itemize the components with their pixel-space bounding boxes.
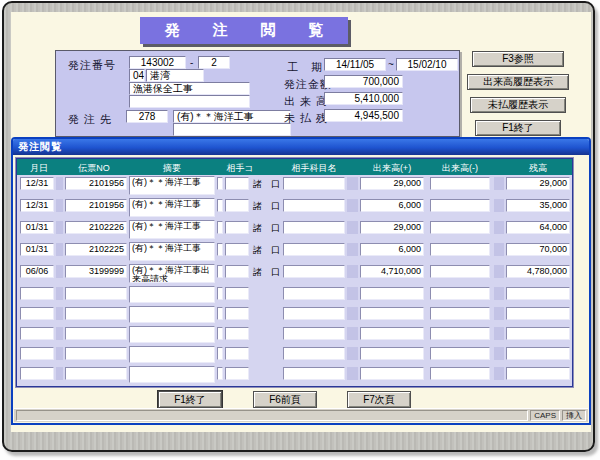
row-slip-field[interactable]: 2101956 xyxy=(65,199,127,212)
row-progress-minus-field[interactable] xyxy=(430,265,490,278)
row-partner-name-field[interactable] xyxy=(283,221,345,234)
row-partner-name-field[interactable] xyxy=(283,327,345,340)
row-description-field[interactable] xyxy=(129,306,215,323)
row-progress-minus-field[interactable] xyxy=(430,287,490,300)
period-to-field[interactable]: 15/02/10 xyxy=(396,58,458,71)
row-progress-plus-field[interactable]: 29,000 xyxy=(360,221,424,234)
row-date-field[interactable] xyxy=(20,347,54,360)
row-progress-minus-field[interactable] xyxy=(430,221,490,234)
row-slip-field[interactable]: 3199999 xyxy=(65,265,127,278)
row-progress-plus-field[interactable] xyxy=(360,307,424,320)
row-date-field[interactable] xyxy=(20,367,54,380)
row-description-field[interactable]: (有)＊＊海洋工事 xyxy=(129,220,215,239)
progress-field[interactable]: 5,410,000 xyxy=(324,92,403,105)
side-button-2[interactable]: 未払履歴表示 xyxy=(470,97,566,113)
row-slip-field[interactable] xyxy=(65,367,127,380)
order-branch-field[interactable]: 2 xyxy=(198,56,230,69)
order-no-field[interactable]: 143002 xyxy=(129,56,186,69)
row-slip-field[interactable] xyxy=(65,307,127,320)
row-balance-field[interactable]: 35,000 xyxy=(506,199,570,212)
row-progress-plus-field[interactable]: 4,710,000 xyxy=(360,265,424,278)
row-partner-code-field[interactable] xyxy=(225,367,249,380)
row-description-field[interactable] xyxy=(129,346,215,363)
side-button-0[interactable]: F3参照 xyxy=(472,51,564,67)
row-progress-plus-field[interactable]: 6,000 xyxy=(360,199,424,212)
row-partner-name-field[interactable] xyxy=(283,243,345,256)
row-partner-name-field[interactable] xyxy=(283,367,345,380)
row-partner-name-field[interactable] xyxy=(283,287,345,300)
category-code-field[interactable]: 04 xyxy=(129,69,145,82)
row-progress-minus-field[interactable] xyxy=(430,307,490,320)
side-button-1[interactable]: 出来高履歴表示 xyxy=(467,74,569,90)
row-date-field[interactable] xyxy=(20,307,54,320)
row-slip-field[interactable]: 2101956 xyxy=(65,177,127,190)
row-description-field[interactable]: (有)＊＊海洋工事 xyxy=(129,198,215,217)
row-description-field[interactable]: (有)＊＊海洋工事出来高請求 xyxy=(129,264,215,283)
row-slip-field[interactable] xyxy=(65,347,127,360)
row-progress-plus-field[interactable]: 29,000 xyxy=(360,177,424,190)
row-balance-field[interactable]: 64,000 xyxy=(506,221,570,234)
supplier-name-field-2[interactable] xyxy=(173,123,291,136)
row-partner-name-field[interactable] xyxy=(283,177,345,190)
row-partner-code-field[interactable] xyxy=(225,243,249,256)
row-balance-field[interactable] xyxy=(506,347,570,360)
row-date-field[interactable] xyxy=(20,287,54,300)
row-balance-field[interactable] xyxy=(506,307,570,320)
row-partner-name-field[interactable] xyxy=(283,307,345,320)
row-date-field[interactable] xyxy=(20,327,54,340)
row-date-field[interactable]: 12/31 xyxy=(20,177,54,190)
row-progress-plus-field[interactable] xyxy=(360,347,424,360)
row-partner-name-field[interactable] xyxy=(283,347,345,360)
row-partner-code-field[interactable] xyxy=(225,327,249,340)
row-progress-plus-field[interactable]: 6,000 xyxy=(360,243,424,256)
row-partner-code-field[interactable] xyxy=(225,265,249,278)
project-name-field[interactable]: 漁港保全工事 xyxy=(129,82,250,95)
row-partner-code-field[interactable] xyxy=(225,221,249,234)
row-progress-plus-field[interactable] xyxy=(360,287,424,300)
row-partner-name-field[interactable] xyxy=(283,265,345,278)
period-from-field[interactable]: 14/11/05 xyxy=(324,58,386,71)
row-slip-field[interactable]: 2102226 xyxy=(65,221,127,234)
row-progress-plus-field[interactable] xyxy=(360,327,424,340)
row-partner-code-field[interactable] xyxy=(225,199,249,212)
row-partner-name-field[interactable] xyxy=(283,199,345,212)
row-progress-minus-field[interactable] xyxy=(430,243,490,256)
row-balance-field[interactable]: 4,780,000 xyxy=(506,265,570,278)
row-partner-code-field[interactable] xyxy=(225,347,249,360)
row-balance-field[interactable] xyxy=(506,327,570,340)
row-balance-field[interactable] xyxy=(506,287,570,300)
row-description-field[interactable]: (有)＊＊海洋工事 xyxy=(129,242,215,261)
row-slip-field[interactable] xyxy=(65,287,127,300)
row-progress-minus-field[interactable] xyxy=(430,367,490,380)
row-partner-code-field[interactable] xyxy=(225,177,249,190)
row-slip-field[interactable] xyxy=(65,327,127,340)
row-description-field[interactable] xyxy=(129,366,215,383)
row-date-field[interactable]: 06/06 xyxy=(20,265,54,278)
order-amount-field[interactable]: 700,000 xyxy=(324,75,403,88)
footer-button-0[interactable]: F1終了 xyxy=(158,391,222,408)
row-slip-field[interactable]: 2102225 xyxy=(65,243,127,256)
row-balance-field[interactable]: 29,000 xyxy=(506,177,570,190)
row-date-field[interactable]: 12/31 xyxy=(20,199,54,212)
row-date-field[interactable]: 01/31 xyxy=(20,243,54,256)
row-description-field[interactable] xyxy=(129,326,215,343)
footer-button-2[interactable]: F7次頁 xyxy=(347,391,411,408)
category-name-field[interactable]: 港湾 xyxy=(146,69,204,82)
row-description-field[interactable] xyxy=(129,286,215,303)
footer-button-1[interactable]: F6前頁 xyxy=(253,391,317,408)
row-progress-minus-field[interactable] xyxy=(430,199,490,212)
row-date-field[interactable]: 01/31 xyxy=(20,221,54,234)
supplier-name-field[interactable]: (有)＊＊海洋工事 xyxy=(173,110,291,123)
supplier-code-field[interactable]: 278 xyxy=(126,110,168,123)
row-progress-plus-field[interactable] xyxy=(360,367,424,380)
row-balance-field[interactable] xyxy=(506,367,570,380)
unpaid-field[interactable]: 4,945,500 xyxy=(324,109,403,122)
project-name-field-2[interactable] xyxy=(129,95,250,108)
row-progress-minus-field[interactable] xyxy=(430,327,490,340)
row-balance-field[interactable]: 70,000 xyxy=(506,243,570,256)
row-progress-minus-field[interactable] xyxy=(430,177,490,190)
row-partner-code-field[interactable] xyxy=(225,307,249,320)
row-partner-code-field[interactable] xyxy=(225,287,249,300)
side-button-3[interactable]: F1終了 xyxy=(475,120,561,136)
row-description-field[interactable]: (有)＊＊海洋工事 xyxy=(129,176,215,195)
